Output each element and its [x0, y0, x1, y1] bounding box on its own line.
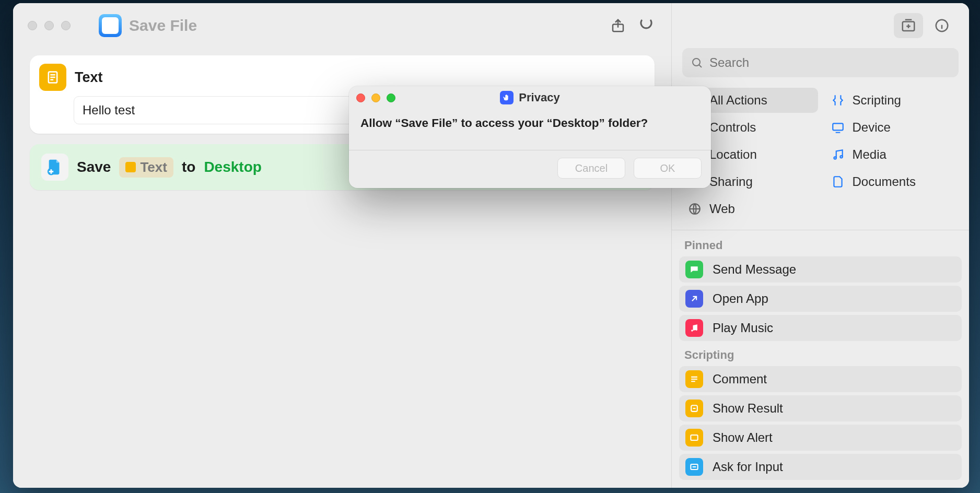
action-ask-for-input[interactable]: Ask for Input [679, 454, 962, 480]
library-search-input[interactable] [709, 55, 950, 70]
dialog-titlebar: Privacy [349, 86, 711, 109]
window-close-button[interactable] [28, 21, 37, 30]
save-verb: Save [77, 159, 111, 175]
category-media[interactable]: Media [823, 142, 961, 167]
finder-icon [99, 14, 122, 37]
category-label: Web [709, 202, 735, 216]
window-zoom-button[interactable] [61, 21, 71, 30]
category-label: Sharing [709, 174, 753, 189]
web-icon [687, 202, 702, 216]
section-title-scripting: Scripting [672, 341, 969, 366]
category-label: Scripting [853, 93, 901, 108]
share-button[interactable] [608, 15, 628, 36]
documents-icon [831, 174, 845, 189]
svg-point-17 [696, 329, 697, 331]
category-device[interactable]: Device [823, 115, 961, 140]
open-app-icon [685, 290, 703, 308]
library-pane: All Actions Scripting Controls Device Lo… [671, 3, 969, 488]
window-titlebar: Save File [13, 3, 671, 48]
search-icon [691, 56, 703, 69]
text-action-title: Text [75, 69, 103, 86]
action-label: Send Message [713, 262, 796, 277]
media-icon [831, 147, 845, 162]
save-input-label: Text [140, 159, 167, 175]
save-input-token[interactable]: Text [119, 157, 173, 178]
dialog-minimize-button[interactable] [371, 93, 380, 102]
action-label: Comment [713, 372, 767, 386]
show-alert-icon [685, 429, 703, 447]
svg-point-12 [834, 157, 836, 159]
library-info-button[interactable] [927, 13, 956, 38]
device-icon [831, 120, 845, 135]
dialog-title: Privacy [519, 91, 559, 104]
category-label: Media [853, 147, 886, 162]
action-play-music[interactable]: Play Music [679, 315, 962, 341]
dialog-traffic-lights [356, 93, 395, 102]
svg-point-16 [691, 330, 693, 331]
window-minimize-button[interactable] [44, 21, 54, 30]
ask-input-icon [685, 458, 703, 476]
save-to-label: to [182, 159, 195, 175]
category-label: Documents [853, 174, 916, 189]
svg-rect-10 [833, 123, 843, 130]
action-label: Ask for Input [713, 460, 783, 474]
scripting-icon [831, 93, 845, 108]
action-comment[interactable]: Comment [679, 366, 962, 392]
editor-pane: Save File Text Hello test [13, 3, 671, 488]
app-window: Save File Text Hello test [13, 3, 969, 488]
library-toolbar [672, 3, 969, 48]
category-label: Location [709, 147, 757, 162]
comment-icon [685, 370, 703, 388]
svg-rect-19 [691, 435, 697, 440]
svg-point-5 [693, 58, 700, 66]
action-label: Open App [713, 291, 768, 306]
library-search[interactable] [682, 48, 959, 77]
window-traffic-lights [28, 21, 71, 30]
privacy-hand-icon [500, 91, 514, 104]
privacy-dialog: Privacy Allow “Save File” to access your… [349, 86, 711, 188]
dialog-cancel-button[interactable]: Cancel [557, 158, 625, 179]
category-label: Device [853, 120, 891, 135]
action-show-result[interactable]: Show Result [679, 395, 962, 421]
category-documents[interactable]: Documents [823, 169, 961, 194]
action-open-app[interactable]: Open App [679, 286, 962, 312]
svg-point-13 [840, 156, 842, 158]
category-scripting[interactable]: Scripting [823, 88, 961, 113]
music-icon [685, 319, 703, 337]
save-destination[interactable]: Desktop [204, 159, 261, 175]
show-result-icon [685, 400, 703, 417]
action-send-message[interactable]: Send Message [679, 256, 962, 283]
dialog-message: Allow “Save File” to access your “Deskto… [360, 116, 699, 130]
library-add-button[interactable] [894, 13, 923, 38]
run-button[interactable] [636, 15, 657, 36]
shortcut-title: Save File [129, 17, 197, 34]
text-icon [39, 64, 66, 91]
category-label: All Actions [709, 93, 767, 108]
category-web[interactable]: Web [680, 196, 818, 221]
action-label: Show Result [713, 401, 783, 416]
action-label: Play Music [713, 321, 773, 335]
dialog-close-button[interactable] [356, 93, 365, 102]
action-label: Show Alert [713, 430, 773, 445]
category-label: Controls [709, 120, 756, 135]
text-token-icon [125, 162, 136, 172]
dialog-ok-button[interactable]: OK [634, 158, 702, 179]
action-show-alert[interactable]: Show Alert [679, 425, 962, 451]
section-title-pinned: Pinned [672, 231, 969, 256]
dialog-zoom-button[interactable] [387, 93, 395, 102]
save-file-icon [41, 154, 68, 181]
messages-icon [685, 261, 703, 278]
category-grid: All Actions Scripting Controls Device Lo… [672, 84, 969, 229]
